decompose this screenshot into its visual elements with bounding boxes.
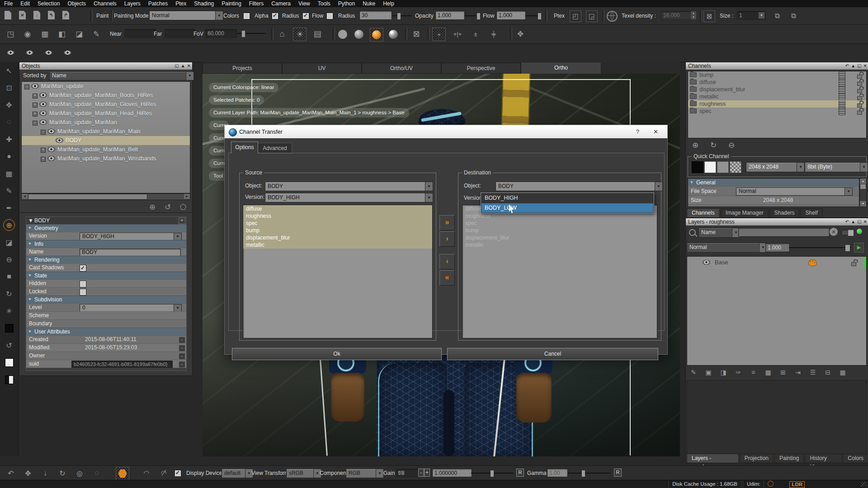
channel-properties-scrollbar[interactable]: ▲ ▼ [859, 178, 867, 207]
far-field[interactable] [165, 29, 195, 38]
symmetry-y-icon[interactable]: ± [469, 28, 482, 40]
slerp-tool-icon[interactable]: ✎ [0, 182, 18, 199]
visibility-eye-icon[interactable] [47, 147, 55, 152]
tree-toggle[interactable]: + [41, 148, 46, 153]
source-version-select[interactable]: BODY_HIGH▼ [265, 193, 433, 202]
objects-horizontal-scrollbar[interactable]: ◄ ► [21, 193, 190, 200]
add-attribute-icon[interactable]: + [179, 217, 185, 224]
version-option[interactable]: BODY_LOW [481, 203, 654, 213]
layer-amount-slider[interactable] [789, 244, 851, 251]
channel-row[interactable]: bump [688, 71, 866, 79]
add-channel-icon[interactable]: ⊕ [689, 140, 701, 150]
menu-item[interactable]: Edit [20, 0, 30, 7]
cancel-button[interactable]: Cancel [447, 348, 658, 360]
channel-row[interactable]: metallic [688, 93, 866, 100]
float-icon[interactable]: ◱ [857, 218, 861, 225]
wireframe-view-icon[interactable]: ◪ [73, 28, 85, 40]
version-select[interactable]: BODY_HIGH▼ [80, 233, 182, 240]
locked-checkbox[interactable] [80, 289, 86, 296]
scrollbar-thumb[interactable] [28, 194, 147, 200]
section-user-attributes[interactable]: User Attributes [26, 328, 186, 335]
quick-black-swatch[interactable] [692, 161, 703, 173]
paint-through-icon[interactable]: ✎ [90, 28, 102, 40]
show-all-objects-icon[interactable] [5, 47, 16, 58]
destination-channel-item[interactable]: spec [462, 220, 657, 227]
hide-selected-icon[interactable] [42, 47, 54, 58]
source-channel-item[interactable]: diffuse [243, 205, 432, 212]
menu-item[interactable]: Filters [249, 0, 264, 7]
visibility-eye-icon[interactable] [56, 138, 63, 143]
destination-channel-item[interactable]: metallic [462, 241, 657, 249]
roll-view-icon[interactable]: ↻ [57, 468, 68, 479]
gain-slider[interactable] [471, 470, 514, 476]
menu-item[interactable]: File [4, 0, 13, 7]
expand-viewport-icon[interactable]: ✥ [514, 28, 526, 40]
tree-row[interactable]: BODY [22, 136, 190, 145]
symmetry-off-icon[interactable]: + [432, 28, 446, 41]
close-icon[interactable]: ✕ [187, 62, 191, 70]
tab-perspective[interactable]: Perspective [441, 63, 521, 74]
tab-options[interactable]: Options [231, 141, 258, 154]
close-icon[interactable]: ✕ [863, 62, 867, 70]
scroll-right-icon[interactable]: ► [184, 194, 190, 199]
tab-ortho[interactable]: Ortho [521, 62, 601, 74]
tab-projects[interactable]: Projects [203, 63, 282, 74]
hidden-checkbox[interactable] [80, 281, 86, 287]
add-geometry-version-icon[interactable]: ⬠ [178, 202, 189, 212]
ortho-view-icon[interactable]: ◉ [22, 28, 33, 40]
scrollbar-thumb[interactable] [860, 184, 866, 189]
layer-grid-icon[interactable]: ▦ [838, 367, 848, 377]
subdivision-level-select[interactable]: 0▼ [80, 304, 182, 312]
unlock-icon[interactable] [857, 79, 863, 85]
patch-edit-icon[interactable]: ⊠ [410, 28, 422, 40]
quick-gray-swatch[interactable] [717, 161, 729, 173]
source-object-select[interactable]: BODY▼ [265, 182, 433, 191]
flat-lighting-icon[interactable]: ⌂ [276, 28, 288, 40]
alpha-checkbox[interactable] [272, 13, 278, 19]
channel-row[interactable]: spec [688, 108, 866, 115]
undock-icon[interactable]: ↶ [845, 62, 849, 70]
tree-row[interactable]: +MariMan_update_MariMan_Head_HiRes [22, 109, 190, 118]
menu-item[interactable]: Painting [222, 0, 241, 7]
apply-layer-icon[interactable]: ▶ [854, 243, 864, 253]
properties-header[interactable]: ▼BODY + [26, 217, 186, 224]
flat-shading-icon[interactable] [337, 29, 348, 40]
tree-toggle[interactable]: + [33, 103, 38, 108]
visibility-eye-icon[interactable] [47, 129, 55, 134]
menu-item[interactable]: Layers [124, 0, 141, 7]
unlock-icon[interactable] [851, 259, 857, 266]
tree-toggle[interactable]: - [41, 130, 46, 135]
ptex-extract-icon[interactable]: ◰ [570, 10, 581, 22]
save-project-icon[interactable]: ↓ [33, 11, 40, 19]
section-subdivision[interactable]: Subdivision [26, 296, 186, 303]
flow-field[interactable]: 1.000 [496, 11, 526, 20]
file-space-select[interactable]: Normal▼ [736, 188, 853, 196]
radius-slider[interactable] [392, 13, 411, 19]
specular-shading-icon[interactable] [388, 29, 399, 40]
pin-tool-icon[interactable]: ✒ [0, 199, 18, 216]
texel-density-field[interactable]: 16.000 [661, 11, 693, 20]
warp-tool-icon[interactable]: ▦ [0, 165, 18, 182]
full-shading-icon[interactable] [370, 28, 383, 42]
remove-channel-icon[interactable]: ⊖ [726, 140, 737, 150]
layers-panel-titlebar[interactable]: Layers - roughness ↶▲◱✕ [686, 218, 868, 225]
tab-history-view[interactable]: History View [805, 454, 842, 463]
texel-density-stepper[interactable]: ▲▼ [690, 11, 697, 20]
add-mask-layer-icon[interactable]: ◨ [718, 367, 728, 377]
section-info[interactable]: Info [26, 240, 186, 248]
channel-row[interactable]: displacement_blur [688, 86, 866, 93]
component-select[interactable]: RGB▼ [346, 469, 384, 478]
add-object-icon[interactable]: ⊕ [147, 202, 158, 212]
section-general[interactable]: General [688, 178, 859, 186]
gradient-tool-icon[interactable]: ■ [0, 268, 18, 285]
gradient-swatch[interactable] [0, 371, 18, 388]
tab-uv[interactable]: UV [282, 63, 362, 74]
layer-amount-field[interactable]: 1.000 [765, 243, 790, 252]
flow-checkbox[interactable] [326, 13, 333, 19]
collapse-icon[interactable]: ▲ [851, 62, 855, 70]
tab-colors[interactable]: Colors [843, 454, 868, 463]
radius-checkbox[interactable] [302, 13, 309, 19]
zoom-tool-icon[interactable]: ◌ [0, 113, 18, 131]
menu-item[interactable]: Patches [148, 0, 168, 7]
tree-row[interactable]: +MariMan_update_MariMan_Gloves_HiRes [22, 100, 190, 109]
